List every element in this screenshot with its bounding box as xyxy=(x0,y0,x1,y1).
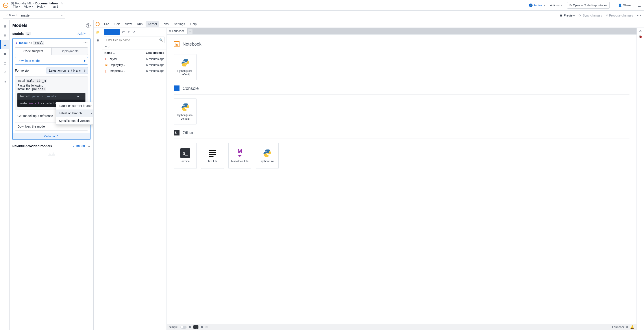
launcher-area: ⧉ Launcher ＋ ▣ Notebook xyxy=(167,28,636,330)
jmenu-kernel[interactable]: Kernel xyxy=(146,21,159,27)
file-browser: ＋ 🗀 ⬆ ⟳ 🔍 🗀/ Name▴ Last Modified xyxy=(102,28,167,330)
file-row[interactable]: Y:ci.yml 5 minutes ago xyxy=(102,56,166,62)
rail-models-icon[interactable]: ▲ xyxy=(0,40,10,49)
share-button[interactable]: 👤 Share xyxy=(616,2,633,8)
model-name[interactable]: model xyxy=(19,41,28,44)
menu-file[interactable]: File▾ xyxy=(11,4,22,9)
palantir-collapse-icon[interactable]: ⌄ xyxy=(88,144,90,148)
launcher-card-python-console[interactable]: Python [user-default] xyxy=(174,98,197,124)
jrail-list-icon[interactable]: ☰ xyxy=(94,44,102,52)
notebook-icon: ▣ xyxy=(104,64,108,66)
propose-changes-button[interactable]: ⑂Propose changes xyxy=(606,14,633,17)
add-tab-button[interactable]: ＋ xyxy=(188,29,192,34)
rail-branch-icon[interactable]: ⎇ xyxy=(0,68,10,77)
collapse-card[interactable]: Collapse ⌃ xyxy=(13,133,90,140)
new-folder-icon[interactable]: 🗀 xyxy=(122,30,125,34)
download-model-select[interactable]: Download model ▴▾ xyxy=(15,57,88,64)
gear-icon[interactable]: ⚙ xyxy=(205,325,208,329)
model-more-icon[interactable]: ••• xyxy=(84,41,88,44)
menu-help[interactable]: Help▾ xyxy=(36,4,47,9)
jmenu-settings[interactable]: Settings xyxy=(172,21,188,27)
rail-settings-icon[interactable]: ⚙ xyxy=(0,77,10,86)
launcher-card-text[interactable]: Text File xyxy=(201,143,224,169)
sliders-icon[interactable]: ⚙ xyxy=(639,30,642,33)
model-tabs: Code snippets Deployments xyxy=(15,47,88,55)
launcher-card-markdown[interactable]: M Markdown File xyxy=(228,143,251,169)
help-icon[interactable]: ? xyxy=(86,23,90,28)
section-collapse-icon[interactable]: ⌄ xyxy=(88,32,90,36)
jrail-stop-icon[interactable]: ◉ xyxy=(94,36,102,44)
more-icon[interactable]: ••• xyxy=(637,14,641,17)
col-name[interactable]: Name xyxy=(104,51,112,54)
rail-presentation-icon[interactable]: ▢ xyxy=(0,58,10,68)
status-simple-label: Simple xyxy=(169,325,178,329)
rail-cube-icon[interactable]: ⬢ xyxy=(0,49,10,58)
version-opt-branch[interactable]: Latest on branch▸ xyxy=(56,110,94,117)
col-modified[interactable]: Last Modified xyxy=(140,50,166,56)
preview-button[interactable]: ▣Preview xyxy=(560,14,575,17)
file-filter-input[interactable] xyxy=(106,38,159,42)
svg-rect-6 xyxy=(209,150,216,151)
jmenu-help[interactable]: Help xyxy=(188,21,199,27)
svg-point-12 xyxy=(268,156,269,156)
terminal-icon: $_ xyxy=(180,148,190,158)
svg-point-4 xyxy=(184,104,184,105)
menu-icon[interactable]: ☰ xyxy=(636,2,642,8)
bug-icon[interactable]: 🐞 xyxy=(639,35,642,38)
panel-title: Models xyxy=(12,23,28,28)
tab-code-snippets[interactable]: Code snippets xyxy=(15,48,52,55)
rail-package-icon[interactable]: ⊞ xyxy=(0,31,10,40)
svg-point-11 xyxy=(266,150,266,151)
file-row[interactable]: {·}templateC... 5 minutes ago xyxy=(102,68,166,74)
version-opt-specific[interactable]: Specific model version xyxy=(56,117,94,124)
svg-rect-9 xyxy=(209,156,214,157)
launcher-card-terminal[interactable]: $_ Terminal xyxy=(174,143,197,169)
bell-icon[interactable]: 🔔 xyxy=(630,325,634,329)
chevron-down-icon: ▾ xyxy=(59,14,65,17)
jmenu-file[interactable]: File xyxy=(102,21,112,27)
json-icon: {·} xyxy=(104,70,108,72)
simple-toggle[interactable] xyxy=(180,326,186,329)
new-launcher-button[interactable]: ＋ xyxy=(104,29,120,35)
jupyter-right-rail: ⚙ 🐞 xyxy=(636,28,644,330)
upload-icon[interactable]: ⬆ xyxy=(128,30,130,34)
open-in-code-repos-button[interactable]: ⧉ Open in Code Repositories xyxy=(567,2,610,8)
jupyter-menubar: File Edit View Run Kernel Tabs Settings … xyxy=(94,20,644,28)
jupyter-left-rail: 📁 ◉ ☰ xyxy=(94,28,102,330)
file-filter[interactable]: 🔍 xyxy=(104,36,165,43)
tab-launcher[interactable]: ⧉ Launcher xyxy=(167,28,187,34)
import-button[interactable]: ⭳Import xyxy=(72,144,85,148)
app-logo xyxy=(3,2,9,8)
jmenu-edit[interactable]: Edit xyxy=(112,21,122,27)
folder-icon: 🗀 xyxy=(104,46,107,49)
sync-changes-button[interactable]: ⟳Sync changes xyxy=(578,14,602,17)
jmenu-run[interactable]: Run xyxy=(135,21,145,27)
sort-icon: ▴▾ xyxy=(84,69,86,72)
contributors-indicator[interactable]: ▦ 1 xyxy=(51,4,60,9)
refresh-icon[interactable]: ⟳ xyxy=(132,30,136,34)
menu-view[interactable]: View▾ xyxy=(22,4,34,9)
launcher-card-python-file[interactable]: Python File xyxy=(256,143,278,169)
version-dropdown: Latest on current branch Latest on branc… xyxy=(56,102,94,125)
file-row[interactable]: ▣Deploy.ipy... 5 minutes ago xyxy=(102,62,166,68)
jrail-folder-icon[interactable]: 📁 xyxy=(94,29,102,36)
version-opt-current[interactable]: Latest on current branch xyxy=(56,102,94,110)
launcher-card-python-notebook[interactable]: Python [user-default] xyxy=(174,54,197,80)
svg-text:M: M xyxy=(238,148,242,154)
copy-code-icon[interactable]: ❐ xyxy=(82,95,83,98)
actions-menu[interactable]: Actions▾ xyxy=(548,2,564,8)
jmenu-view[interactable]: View xyxy=(123,21,134,27)
version-selector[interactable]: Latest on current branch ▴▾ xyxy=(46,67,88,74)
terminal-chip-icon[interactable]: ›_ xyxy=(194,325,198,329)
jmenu-tabs[interactable]: Tabs xyxy=(160,21,171,27)
add-model-button[interactable]: Add▾ xyxy=(78,32,86,36)
tab-deployments[interactable]: Deployments xyxy=(52,48,88,55)
topbar: ▣ Foundry ML › Documentation ☆ File▾ Vie… xyxy=(0,0,644,10)
rail-table-icon[interactable]: ▦ xyxy=(0,22,10,30)
left-icon-rail: ▦ ⊞ ▲ ⬢ ▢ ⎇ ⚙ xyxy=(0,20,10,330)
run-code-icon[interactable]: ▶ xyxy=(78,95,79,98)
for-version-label: For version: xyxy=(15,69,31,72)
file-breadcrumb[interactable]: 🗀/ xyxy=(102,44,166,50)
branch-selector[interactable]: ⎇Branch master ▾ xyxy=(3,12,65,19)
status-active[interactable]: ⚡ Active ▾ xyxy=(529,4,545,7)
